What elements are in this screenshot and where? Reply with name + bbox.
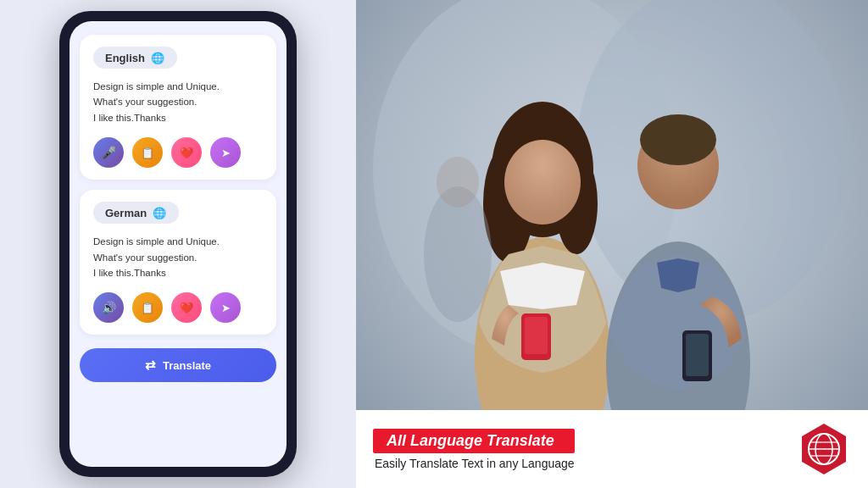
target-language-label: German: [105, 207, 147, 219]
target-text: Design is simple and Unique. What's your…: [93, 234, 263, 280]
translate-icon: ⇄: [145, 358, 156, 373]
app-logo: [797, 422, 851, 476]
target-lang-pill[interactable]: German 🌐: [93, 202, 179, 224]
left-panel: English 🌐 Design is simple and Unique. W…: [0, 0, 356, 488]
copy-button-source[interactable]: 📋: [132, 137, 163, 168]
svg-point-16: [437, 157, 479, 208]
source-globe-icon: 🌐: [150, 50, 165, 65]
source-card: English 🌐 Design is simple and Unique. W…: [80, 35, 276, 180]
svg-point-7: [504, 140, 581, 225]
heart-icon-target: ❤️: [180, 302, 193, 314]
source-action-buttons: 🎤 📋 ❤️ ➤: [93, 137, 263, 168]
source-lang-pill[interactable]: English 🌐: [93, 47, 177, 69]
share-icon: ➤: [221, 147, 231, 159]
share-button-source[interactable]: ➤: [210, 137, 241, 168]
target-card: German 🌐 Design is simple and Unique. Wh…: [80, 190, 276, 335]
banner-content: All Language Translate Easily Translate …: [373, 429, 575, 470]
translate-button-label: Translate: [163, 359, 211, 372]
copy-button-target[interactable]: 📋: [132, 292, 163, 323]
svg-rect-14: [686, 334, 709, 376]
target-lang-selector[interactable]: German 🌐: [93, 202, 263, 224]
speaker-button[interactable]: 🔊: [93, 292, 124, 323]
heart-icon: ❤️: [180, 147, 193, 159]
translate-button[interactable]: ⇄ Translate: [80, 348, 276, 382]
bottom-banner: All Language Translate Easily Translate …: [356, 410, 868, 488]
speaker-icon: 🔊: [102, 301, 116, 314]
svg-point-12: [640, 114, 716, 165]
target-action-buttons: 🔊 📋 ❤️ ➤: [93, 292, 263, 323]
copy-icon-target: 📋: [141, 302, 154, 314]
mic-button[interactable]: 🎤: [93, 137, 124, 168]
like-button-source[interactable]: ❤️: [171, 137, 202, 168]
source-language-label: English: [105, 52, 145, 64]
banner-title: All Language Translate: [373, 429, 575, 453]
source-lang-selector[interactable]: English 🌐: [93, 47, 263, 69]
right-panel: All Language Translate Easily Translate …: [356, 0, 868, 488]
svg-rect-9: [525, 317, 548, 354]
share-button-target[interactable]: ➤: [210, 292, 241, 323]
share-icon-target: ➤: [221, 302, 231, 314]
banner-subtitle: Easily Translate Text in any Language: [373, 457, 575, 470]
phone-screen: English 🌐 Design is simple and Unique. W…: [70, 21, 287, 467]
phone-mockup: English 🌐 Design is simple and Unique. W…: [59, 11, 297, 477]
target-globe-icon: 🌐: [152, 205, 167, 220]
source-text: Design is simple and Unique. What's your…: [93, 79, 263, 125]
mic-icon: 🎤: [102, 146, 116, 159]
like-button-target[interactable]: ❤️: [171, 292, 202, 323]
copy-icon: 📋: [141, 147, 154, 159]
